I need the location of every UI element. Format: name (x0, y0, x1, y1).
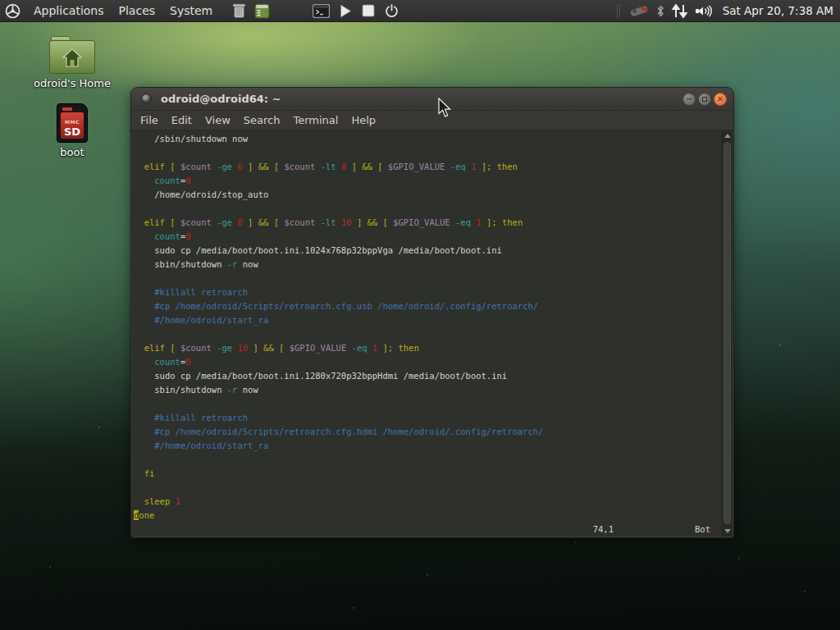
menu-item-search[interactable]: Search (237, 112, 287, 129)
terminal-line: #killall retroarch (134, 285, 720, 299)
window-buttons: − ✕ (682, 93, 727, 106)
sd-card-small-label: MMC (57, 119, 87, 125)
terminal-line: #killall retroarch (134, 411, 720, 425)
bluetooth-icon[interactable] (656, 4, 664, 18)
menu-item-edit[interactable]: Edit (165, 112, 199, 129)
screen: ApplicationsPlacesSystem (0, 0, 840, 630)
terminal-line: #/home/odroid/start_ra (134, 313, 720, 327)
mouse-cursor-icon (438, 98, 451, 118)
vim-position-indicator: Bot (695, 524, 710, 534)
mate-menu-logo-icon[interactable] (5, 3, 21, 19)
gamepad-icon[interactable] (628, 3, 650, 18)
sd-card-label: SD (57, 126, 87, 138)
menu-item-terminal[interactable]: Terminal (286, 112, 345, 129)
terminal-line: done (134, 509, 720, 523)
menu-item-help[interactable]: Help (345, 112, 382, 129)
desktop-icon-label: boot (30, 146, 115, 158)
sd-card-icon: MMC SD (57, 103, 88, 143)
panel-menu-places[interactable]: Places (112, 1, 163, 21)
network-traffic-icon[interactable] (671, 4, 688, 18)
terminal-line (134, 146, 720, 160)
top-panel: ApplicationsPlacesSystem (0, 0, 840, 22)
home-folder-icon (49, 36, 95, 74)
terminal-line: #/home/odroid/start_ra (134, 439, 720, 453)
terminal-line: sbin/shutdown -r now (134, 383, 720, 397)
panel-launchers (313, 4, 399, 18)
scrollbar-thumb[interactable] (724, 142, 731, 524)
close-button[interactable]: ✕ (714, 93, 727, 106)
window-title: odroid@odroid64: ~ (161, 93, 281, 105)
menu-item-file[interactable]: File (134, 112, 165, 129)
terminal-line: /sbin/shutdown now (134, 132, 720, 146)
home-glyph-icon (60, 47, 84, 68)
desktop-icon-boot[interactable]: MMC SD boot (30, 103, 115, 158)
stop-icon[interactable] (362, 4, 375, 17)
terminal-line: #cp /home/odroid/Scripts/retroarch.cfg.u… (134, 299, 720, 313)
terminal-line (134, 481, 720, 495)
panel-menu-system[interactable]: System (162, 1, 220, 21)
terminal-line: count=0 (134, 174, 720, 188)
desktop-icon-label: odroid's Home (30, 77, 115, 89)
panel-clock[interactable]: Sat Apr 20, 7:38 AM (723, 4, 833, 17)
terminal-line: sudo cp /media/boot/boot.ini.1024x768p32… (134, 244, 720, 258)
terminal-text-area[interactable]: /sbin/shutdown now elif [ $count -ge 6 ]… (134, 132, 720, 523)
tray-handle[interactable] (617, 5, 620, 17)
terminal-line: sleep 1 (134, 495, 720, 509)
vim-ruler: 74,1 (593, 524, 614, 534)
play-icon[interactable] (340, 4, 352, 18)
terminal-line (134, 272, 720, 285)
terminal-line: #cp /home/odroid/Scripts/retroarch.cfg.h… (134, 425, 720, 439)
panel-menu-applications[interactable]: Applications (26, 1, 112, 21)
maximize-button[interactable] (698, 93, 711, 106)
desktop-icon-odroids-home[interactable]: odroid's Home (30, 36, 115, 89)
terminal-line: count=0 (134, 355, 720, 369)
scrollbar-down-arrow-icon[interactable] (723, 527, 733, 536)
trash-icon[interactable] (231, 2, 247, 19)
terminal-launcher-icon[interactable] (313, 4, 330, 18)
window-menubar: FileEditViewSearchTerminalHelp (131, 111, 733, 130)
terminal-line: elif [ $count -ge 6 ] && [ $count -lt 8 … (134, 160, 720, 174)
system-tray: Sat Apr 20, 7:38 AM (617, 3, 840, 18)
terminal-line (134, 202, 720, 216)
power-icon[interactable] (385, 4, 399, 18)
volume-icon[interactable] (695, 4, 713, 18)
terminal-line: elif [ $count -ge 8 ] && [ $count -lt 10… (134, 216, 720, 230)
terminal-line: count=0 (134, 230, 720, 244)
terminal-line (134, 327, 720, 341)
file-manager-icon[interactable] (254, 3, 270, 19)
window-titlebar[interactable]: odroid@odroid64: ~ − ✕ (131, 88, 733, 111)
terminal-line (134, 453, 720, 467)
terminal-line: elif [ $count -ge 10 ] && [ $GPIO_VALUE … (134, 341, 720, 355)
terminal-viewport: /sbin/shutdown now elif [ $count -ge 6 ]… (132, 130, 733, 536)
terminal-line: sbin/shutdown -r now (134, 258, 720, 272)
terminal-line (134, 397, 720, 411)
scrollbar-up-arrow-icon[interactable] (723, 131, 733, 140)
terminal-window: odroid@odroid64: ~ − ✕ FileEditViewSearc… (131, 88, 733, 537)
menu-item-view[interactable]: View (199, 112, 237, 129)
terminal-line: sudo cp /media/boot/boot.ini.1280x720p32… (134, 369, 720, 383)
window-app-icon (141, 94, 152, 104)
terminal-line: fi (134, 467, 720, 481)
scrollbar[interactable] (722, 130, 733, 536)
minimize-button[interactable]: − (682, 93, 696, 106)
terminal-line: /home/odroid/stop_auto (134, 188, 720, 202)
